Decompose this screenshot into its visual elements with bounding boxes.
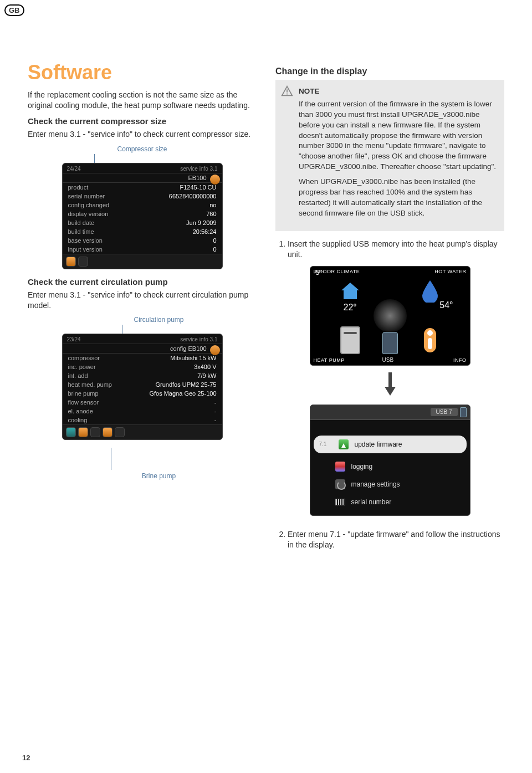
- check-compressor-heading: Check the current compressor size: [28, 116, 257, 126]
- row-key: display version: [68, 211, 109, 217]
- drop-icon: [418, 278, 442, 304]
- table-row: build dateJun 9 2009: [63, 218, 222, 227]
- footer-icon[interactable]: [78, 427, 88, 437]
- row-key: inc. power: [68, 364, 96, 370]
- table-row: input version0: [63, 245, 222, 254]
- update-firmware-label: update firmware: [355, 441, 402, 448]
- callout-line: [111, 448, 111, 470]
- row-key: product: [68, 184, 89, 191]
- logging-label: logging: [351, 463, 373, 470]
- menu-number: 7.1: [319, 441, 332, 447]
- row-key: el. anode: [68, 408, 93, 414]
- table-row: inc. power3x400 V: [63, 362, 222, 371]
- warning-icon: [281, 85, 293, 98]
- table-row: heat med. pumpGrundfos UPM2 25-75: [63, 380, 222, 389]
- check-circulation-text: Enter menu 3.1 - "service info" to check…: [28, 290, 257, 311]
- row-value: 66528400000000: [169, 193, 217, 199]
- info-icon: [424, 328, 436, 352]
- footer-icon[interactable]: [103, 427, 112, 437]
- footer-back-icon[interactable]: [66, 257, 76, 267]
- footer-icon: [115, 427, 125, 437]
- step-2: Enter menu 7.1 - "update firmware" and f…: [288, 529, 504, 551]
- row-key: serial number: [68, 193, 105, 199]
- row-key: brine pump: [68, 390, 99, 397]
- page-number: 12: [22, 754, 30, 762]
- table-row: int. add7/9 kW: [63, 371, 222, 380]
- row-value: 7/9 kW: [197, 372, 216, 379]
- circulation-pump-callout: Circulation pump: [61, 316, 257, 324]
- settings-icon: [335, 479, 345, 489]
- table-row: flow sensor-: [63, 398, 222, 407]
- screen2-footer: [63, 424, 222, 439]
- table-row: serial number66528400000000: [63, 192, 222, 201]
- left-column: Software If the replacement cooling sect…: [28, 61, 257, 555]
- row-key: flow sensor: [68, 399, 99, 406]
- row-value: F1245-10 CU: [180, 184, 216, 191]
- serial-number-label: serial number: [351, 498, 392, 506]
- row-key: base version: [68, 237, 103, 244]
- logging-icon: [335, 462, 345, 472]
- row-value: Mitsubishi 15 kW: [170, 355, 216, 361]
- row-value: 20:56:24: [193, 228, 217, 235]
- page-title: Software: [28, 61, 257, 84]
- screen1-footer: [63, 254, 222, 269]
- brine-pump-callout: Brine pump: [61, 472, 257, 480]
- footer-icon[interactable]: [66, 427, 76, 437]
- house-icon: [338, 278, 362, 304]
- usb-icon: [460, 407, 467, 417]
- row-key: int. add: [68, 372, 88, 379]
- row-value: 0: [213, 246, 216, 253]
- hotwater-temp: 54°: [439, 300, 453, 310]
- compressor-size-callout: Compressor size: [28, 145, 257, 153]
- note-paragraph-1: If the current version of the firmware i…: [299, 99, 497, 172]
- info-icon: [210, 175, 220, 185]
- screen1-counter: 24/24: [67, 166, 81, 172]
- note-box: NOTE If the current version of the firmw…: [275, 80, 504, 231]
- callout-line: [122, 325, 122, 334]
- manage-settings-item[interactable]: manage settings: [310, 475, 470, 493]
- change-display-heading: Change in the display: [275, 66, 504, 76]
- svg-rect-1: [287, 94, 288, 95]
- manage-settings-label: manage settings: [351, 480, 400, 488]
- row-value: -: [214, 408, 217, 414]
- right-column: Change in the display NOTE If the curren…: [275, 61, 504, 555]
- screen1-rows: productF1245-10 CUserial number665284000…: [63, 183, 222, 254]
- row-value: no: [209, 202, 216, 208]
- check-circulation-heading: Check the current circulation pump: [28, 277, 257, 286]
- note-paragraph-2: When UPGRADE_v3000.nibe has been install…: [299, 177, 497, 219]
- table-row: base version0: [63, 236, 222, 245]
- row-value: Gfos Magna Geo 25-100: [149, 390, 216, 397]
- row-key: compressor: [68, 355, 100, 361]
- row-value: -: [214, 399, 217, 406]
- footer-icon: [90, 427, 100, 437]
- row-value: 760: [206, 211, 216, 217]
- pump-icon: [340, 326, 360, 354]
- row-key: heat med. pump: [68, 381, 112, 388]
- usb-label: USB: [382, 357, 394, 363]
- screen2-title: service info 3.1: [180, 336, 217, 342]
- screen2-counter: 23/24: [67, 336, 81, 342]
- outdoor-temp: -5°: [314, 269, 322, 277]
- table-row: config changedno: [63, 201, 222, 209]
- row-key: build time: [68, 228, 94, 235]
- arrow-down-icon: [383, 372, 397, 398]
- gb-badge: GB: [4, 4, 24, 16]
- table-row: el. anode-: [63, 407, 222, 416]
- intro-text: If the replacement cooling section is no…: [28, 90, 257, 111]
- row-key: input version: [68, 246, 103, 253]
- note-heading: NOTE: [299, 86, 497, 97]
- info-icon: [210, 345, 220, 355]
- svg-rect-2: [388, 372, 392, 388]
- logging-item[interactable]: logging: [310, 458, 470, 475]
- row-value: 0: [213, 237, 216, 244]
- row-value: -: [214, 417, 217, 423]
- serial-number-item[interactable]: serial number: [310, 493, 470, 511]
- update-icon: [339, 439, 349, 449]
- callout-line: [94, 154, 95, 163]
- main-menu-screen: INDOOR CLIMATE HOT WATER HEAT PUMP INFO …: [310, 266, 470, 366]
- update-firmware-item[interactable]: 7.1 update firmware: [314, 436, 467, 453]
- screen1-subheader: EB100: [188, 175, 206, 181]
- row-value: Jun 9 2009: [186, 219, 216, 226]
- row-key: build date: [68, 219, 95, 226]
- screen2-subheader: config EB100: [170, 345, 206, 352]
